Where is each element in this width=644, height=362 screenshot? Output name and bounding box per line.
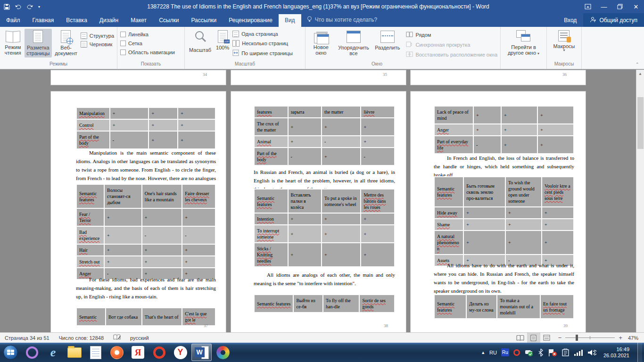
table-cell: + xyxy=(473,106,501,124)
internet-explorer-icon[interactable]: e xyxy=(42,343,64,362)
table-cell: + xyxy=(322,213,361,225)
clock[interactable]: 16:49 26.03.2021 xyxy=(601,346,633,359)
nav-pane-checkbox[interactable]: Область навигации xyxy=(120,49,175,55)
yandex-browser-icon[interactable]: Y xyxy=(170,343,191,362)
tell-me-box[interactable]: Что вы хотите сделать? xyxy=(301,13,383,27)
undo-icon[interactable] xyxy=(15,4,22,9)
sign-in-button[interactable]: Вход xyxy=(557,17,583,24)
page-34-bottom[interactable]: 34 xyxy=(50,70,226,85)
start-button[interactable] xyxy=(0,343,21,362)
tab-design[interactable]: Дизайн xyxy=(93,14,124,27)
media-app-icon[interactable] xyxy=(106,343,127,362)
page-37[interactable]: Manipulation+++Control+++Part of the bod… xyxy=(50,91,226,332)
table-row: Control+++ xyxy=(76,119,215,131)
tab-file[interactable]: Файл xyxy=(0,14,26,27)
ribbon-display-options-icon[interactable] xyxy=(580,0,596,13)
table-cell: - xyxy=(288,148,322,165)
network-signal-icon[interactable] xyxy=(574,349,583,356)
print-layout-view-icon[interactable] xyxy=(527,333,540,343)
web-layout-button[interactable]: Веб-документ xyxy=(53,29,79,58)
page-indicator[interactable]: Страница 34 из 51 xyxy=(0,335,54,341)
tab-layout[interactable]: Макет xyxy=(124,14,153,27)
punto-switcher-icon[interactable]: Ru xyxy=(501,348,509,356)
journal-app-icon[interactable] xyxy=(85,343,106,362)
tell-me-label: Что вы хотите сделать? xyxy=(315,16,378,23)
page-39[interactable]: Lack of peace of mind+++Anger+++Part of … xyxy=(410,91,586,332)
zoom-100-button[interactable]: 100 100% xyxy=(214,29,231,52)
tab-review[interactable]: Рецензирование xyxy=(223,14,279,27)
switch-windows-icon xyxy=(516,30,531,42)
cortana-taskbar-icon[interactable] xyxy=(21,343,42,362)
share-button[interactable]: Общий доступ xyxy=(583,13,644,27)
tab-view[interactable]: Вид xyxy=(279,14,301,27)
macros-button[interactable]: Макросы ▾ xyxy=(552,29,577,53)
language-indicator[interactable]: русский xyxy=(125,335,153,341)
paint-app-icon[interactable] xyxy=(212,343,233,362)
arrange-all-button[interactable]: Упорядочить все xyxy=(335,29,372,58)
table-cell: + xyxy=(288,213,322,225)
gridlines-checkbox[interactable]: Сетка xyxy=(120,41,175,46)
table-cell: + xyxy=(288,243,322,267)
volume-icon[interactable] xyxy=(587,349,596,356)
ruler-checkbox[interactable]: Линейка xyxy=(120,32,175,37)
zoom-button[interactable]: Масштаб xyxy=(187,29,213,54)
scrollbar-thumb[interactable] xyxy=(637,97,644,149)
action-center-flag-icon[interactable] xyxy=(548,348,557,357)
usb-device-icon[interactable] xyxy=(524,348,534,357)
page-35-bottom[interactable]: 35 xyxy=(231,70,406,85)
collapse-ribbon-icon[interactable]: ⌃ xyxy=(636,62,639,67)
table-cell: Intention xyxy=(254,213,288,225)
read-mode-view-icon[interactable] xyxy=(514,333,527,343)
table-cell: - xyxy=(110,131,149,149)
page-number: 37 xyxy=(204,323,208,328)
zoom-out-button[interactable]: − xyxy=(558,334,562,341)
tab-insert[interactable]: Вставка xyxy=(60,14,93,27)
language-tray-indicator[interactable]: RU xyxy=(489,350,497,355)
table-cell: - xyxy=(182,226,215,244)
switch-windows-button[interactable]: Перейти в другое окно ▾ xyxy=(503,29,544,57)
file-explorer-icon[interactable] xyxy=(64,343,85,362)
scroll-up-icon[interactable]: ▲ xyxy=(636,70,644,76)
close-button[interactable]: ✕ xyxy=(628,0,644,13)
outline-button[interactable]: Структура xyxy=(81,33,114,39)
idiom-table: Manipulation+++Control+++Part of the bod… xyxy=(76,107,216,149)
print-layout-button[interactable]: Разметка страницы xyxy=(25,29,52,58)
tab-home[interactable]: Главная xyxy=(26,14,60,27)
page-38[interactable]: featuresзарытаthe matterlièvreThe crux o… xyxy=(231,91,406,332)
one-page-button[interactable]: Одна страница xyxy=(232,31,293,37)
page-width-button[interactable]: По ширине страницы xyxy=(232,49,293,57)
yandex-app-icon[interactable]: Я xyxy=(127,343,149,362)
minimize-button[interactable]: — xyxy=(596,0,612,13)
proofing-icon[interactable] xyxy=(108,334,125,341)
clipboard-tray-icon[interactable] xyxy=(561,348,570,357)
new-window-button[interactable]: Новое окно xyxy=(308,29,334,57)
table-cell: + xyxy=(182,208,215,226)
opera-tray-icon[interactable] xyxy=(513,349,520,356)
draft-button[interactable]: Черновик xyxy=(81,41,114,48)
table-cell: + xyxy=(473,124,501,136)
opera-browser-icon[interactable] xyxy=(149,343,170,362)
zoom-in-button[interactable]: + xyxy=(619,334,622,341)
restore-button[interactable] xyxy=(612,0,628,13)
read-mode-button[interactable]: Режим чтения xyxy=(2,29,24,57)
side-by-side-button[interactable]: Рядом xyxy=(406,32,497,38)
multiple-pages-button[interactable]: Несколько страниц xyxy=(232,40,293,47)
split-button[interactable]: Разделить xyxy=(373,29,402,52)
zoom-slider[interactable] xyxy=(565,333,615,343)
zoom-slider-thumb[interactable] xyxy=(576,335,578,341)
zoom-percentage[interactable]: 47% xyxy=(627,335,644,341)
save-icon[interactable] xyxy=(4,4,10,10)
vertical-scrollbar[interactable]: ▲ xyxy=(636,70,644,332)
bluetooth-icon[interactable] xyxy=(538,348,544,357)
show-desktop-button[interactable] xyxy=(637,343,642,362)
page-36-bottom[interactable]: 36 xyxy=(410,70,586,85)
customize-qat-icon[interactable]: ▾ xyxy=(38,5,40,9)
web-layout-view-icon[interactable] xyxy=(540,333,553,343)
word-count[interactable]: Число слов: 12848 xyxy=(54,335,108,341)
tab-references[interactable]: Ссылки xyxy=(153,14,185,27)
redo-icon[interactable] xyxy=(27,4,33,9)
tab-mailings[interactable]: Рассылки xyxy=(185,14,223,27)
word-taskbar-icon[interactable]: W xyxy=(191,344,212,361)
hidden-icons-chevron[interactable]: ▲ xyxy=(481,350,485,355)
table-cell: Bad experience xyxy=(76,226,104,244)
